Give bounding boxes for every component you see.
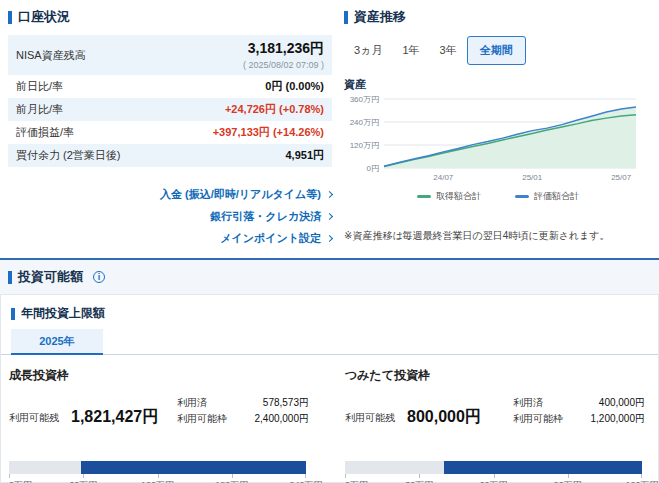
bar-scale-tick [232, 474, 233, 478]
row-value: +397,133円 (+14.26%) [213, 125, 324, 140]
bar-scale-label: 120万円 [625, 479, 658, 483]
account-status-table: NISA資産残高 3,181,236円 ( 2025/08/02 07:09 )… [8, 35, 332, 167]
remaining-label: 利用可能残 [345, 411, 395, 428]
remaining-label: 利用可能残 [9, 411, 59, 428]
svg-text:0円: 0円 [367, 164, 379, 173]
bar-scale: 0万円30万円60万円90万円120万円 [345, 474, 642, 483]
bar-scale-label: 60万円 [69, 479, 97, 483]
annual-limit-title-text: 年間投資上限額 [21, 305, 105, 322]
balance-timestamp: ( 2025/08/02 07:09 ) [243, 60, 324, 70]
asset-trend-panel: 資産推移 3ヵ月 1年 3年 全期間 資産 0円120万円240万円360万円2… [344, 8, 652, 243]
bar-scale-tick [83, 474, 84, 478]
bar-scale-label: 60万円 [479, 479, 507, 483]
tab-1year[interactable]: 1年 [392, 37, 429, 64]
bar-remaining-fill [444, 461, 642, 474]
remaining-amount: 1,821,427円 [71, 407, 158, 428]
account-status-panel: 口座状況 NISA資産残高 3,181,236円 ( 2025/08/02 07… [8, 8, 332, 253]
svg-text:24/07: 24/07 [433, 173, 454, 182]
asset-trend-title-text: 資産推移 [354, 8, 406, 26]
tab-all-period[interactable]: 全期間 [467, 36, 526, 65]
total-label: 利用可能枠 [513, 412, 563, 426]
bar-scale-tick [419, 474, 420, 478]
tsumitate-quota: つみたて投資枠 利用可能残 800,000円 利用済 400,000円 利用可能… [345, 367, 645, 483]
table-row: 前日比/率 0円 (0.00%) [8, 75, 332, 98]
chevron-right-icon [326, 213, 333, 220]
usage-block: 利用済 400,000円 利用可能枠 1,200,000円 [513, 394, 645, 428]
table-row: 前月比/率 +24,726円 (+0.78%) [8, 98, 332, 121]
total-amount: 1,200,000円 [591, 412, 646, 426]
bar-scale-label: 0万円 [9, 479, 32, 483]
account-links: 入金 (振込/即時/リアルタイム等) 銀行引落・クレカ決済 メインポイント設定 [8, 187, 332, 246]
legend-marker-blue [515, 195, 529, 198]
row-label: 前日比/率 [16, 79, 63, 94]
section-marker [8, 11, 12, 24]
growth-quota: 成長投資枠 利用可能残 1,821,427円 利用済 578,573円 利用可能… [9, 367, 309, 483]
legend-item-acquisition: 取得額合計 [417, 190, 481, 203]
bar-scale-tick [345, 474, 346, 478]
main-point-settings-link[interactable]: メインポイント設定 [8, 231, 332, 246]
row-label: 買付余力 (2営業日後) [16, 148, 121, 163]
table-row: 評価損益/率 +397,133円 (+14.26%) [8, 121, 332, 144]
section-marker [11, 308, 15, 320]
remaining-block: 利用可能残 800,000円 [345, 407, 481, 428]
bar-scale-label: 180万円 [215, 479, 248, 483]
bar-scale-tick [641, 474, 642, 478]
asset-chart-svg: 0円120万円240万円360万円24/0725/0125/07 [344, 94, 646, 184]
bank-debit-link[interactable]: 銀行引落・クレカ決済 [8, 209, 332, 224]
legend-item-valuation: 評価額合計 [515, 190, 579, 203]
investable-title-text: 投資可能額 [18, 268, 83, 286]
bar-scale-label: 120万円 [141, 479, 174, 483]
chevron-right-icon [326, 191, 333, 198]
tab-year-2025[interactable]: 2025年 [11, 329, 103, 355]
row-value: 4,951円 [285, 148, 324, 163]
section-marker [344, 11, 348, 24]
quota-progress-bar [345, 461, 642, 474]
used-amount: 400,000円 [599, 396, 645, 410]
svg-text:25/01: 25/01 [522, 173, 543, 182]
row-label: NISA資産残高 [16, 48, 86, 63]
quota-name: つみたて投資枠 [345, 367, 645, 384]
bar-scale-label: 240万円 [289, 479, 322, 483]
total-label: 利用可能枠 [177, 412, 227, 426]
row-value: 3,181,236円 ( 2025/08/02 07:09 ) [243, 40, 324, 70]
used-amount: 578,573円 [263, 396, 309, 410]
tab-3months[interactable]: 3ヵ月 [344, 37, 392, 64]
period-tabs: 3ヵ月 1年 3年 全期間 [344, 36, 652, 65]
total-amount: 2,400,000円 [255, 412, 310, 426]
info-icon[interactable] [93, 271, 105, 283]
tab-3years[interactable]: 3年 [430, 37, 467, 64]
bar-scale-tick [9, 474, 10, 478]
bar-scale-label: 30万円 [405, 479, 433, 483]
chart-title: 資産 [344, 77, 652, 92]
investable-title: 投資可能額 [8, 268, 105, 286]
bar-scale-label: 90万円 [554, 479, 582, 483]
table-row: NISA資産残高 3,181,236円 ( 2025/08/02 07:09 ) [8, 35, 332, 75]
year-tab-bar: 2025年 [1, 329, 658, 355]
annual-limit-card: 年間投資上限額 2025年 成長投資枠 利用可能残 1,821,427円 利用済… [0, 294, 659, 483]
investable-section: 投資可能額 年間投資上限額 2025年 成長投資枠 利用可能残 1,821,42… [0, 258, 659, 483]
svg-text:240万円: 240万円 [350, 118, 379, 127]
deposit-link[interactable]: 入金 (振込/即時/リアルタイム等) [8, 187, 332, 202]
row-label: 前月比/率 [16, 102, 63, 117]
svg-text:120万円: 120万円 [350, 141, 379, 150]
asset-trend-title: 資産推移 [344, 8, 652, 26]
bar-scale-tick [158, 474, 159, 478]
account-status-title-text: 口座状況 [18, 8, 70, 26]
quota-progress-bar [9, 461, 306, 474]
bar-scale-tick [568, 474, 569, 478]
annual-limit-title: 年間投資上限額 [11, 305, 105, 322]
used-label: 利用済 [513, 396, 543, 410]
bar-remaining-fill [81, 461, 306, 474]
used-label: 利用済 [177, 396, 207, 410]
row-value: +24,726円 (+0.78%) [225, 102, 324, 117]
section-marker [8, 271, 12, 284]
bar-scale-label: 0万円 [345, 479, 368, 483]
row-value: 0円 (0.00%) [265, 79, 324, 94]
table-row: 買付余力 (2営業日後) 4,951円 [8, 144, 332, 167]
legend-marker-green [417, 195, 431, 198]
svg-text:360万円: 360万円 [350, 95, 379, 104]
usage-block: 利用済 578,573円 利用可能枠 2,400,000円 [177, 394, 309, 428]
bar-scale: 0万円60万円120万円180万円240万円 [9, 474, 306, 483]
asset-trend-note: ※資産推移は毎週最終営業日の翌日4時頃に更新されます。 [344, 229, 652, 243]
row-label: 評価損益/率 [16, 125, 74, 140]
